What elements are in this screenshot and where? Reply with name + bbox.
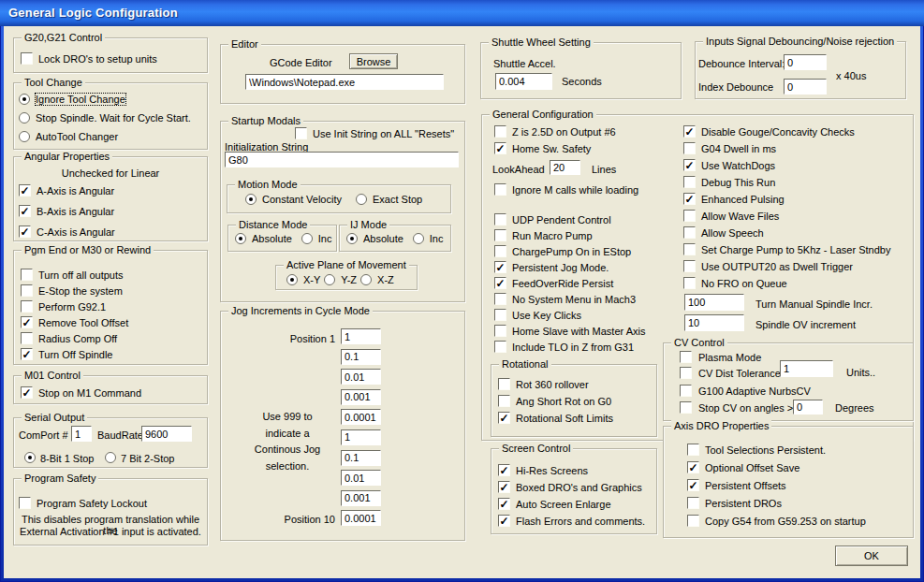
debounce-interval-input[interactable] xyxy=(784,54,827,70)
checkbox-row[interactable]: UDP Pendent Control xyxy=(494,213,645,226)
radio-button[interactable] xyxy=(19,94,30,105)
browse-button[interactable]: Browse xyxy=(349,53,398,69)
initialization-string-input[interactable] xyxy=(225,152,459,167)
jog-increment-input-5[interactable] xyxy=(341,409,381,425)
ok-button[interactable]: OK xyxy=(835,546,908,566)
radio-button[interactable] xyxy=(235,233,246,244)
jog-increment-input-10[interactable] xyxy=(341,510,381,526)
checkbox-row[interactable]: Use OUTPUT20 as Dwell Trigger xyxy=(683,260,890,272)
stop-cv-angle-input[interactable] xyxy=(793,400,823,415)
checkbox[interactable]: ✓ xyxy=(683,159,696,171)
manual-spindle-incr-input[interactable] xyxy=(684,294,744,311)
serial-7bit-label[interactable]: 7 Bit 2-Stop xyxy=(121,453,174,464)
radio-button[interactable] xyxy=(413,233,424,244)
baudrate-input[interactable] xyxy=(141,426,192,442)
checkbox[interactable] xyxy=(21,284,33,297)
checkbox[interactable]: ✓ xyxy=(21,316,33,328)
checkbox-row[interactable]: Persistent DROs xyxy=(687,497,866,509)
radio-button[interactable] xyxy=(245,194,257,205)
checkbox-row[interactable]: Tool Selections Persistent. xyxy=(687,444,866,456)
checkbox[interactable] xyxy=(683,277,696,289)
checkbox-row[interactable]: G04 Dwell in ms xyxy=(683,142,890,154)
checkbox-row[interactable]: E-Stop the system xyxy=(21,284,128,297)
checkbox-row[interactable]: ✓Home Sw. Safety xyxy=(494,142,616,154)
checkbox-row[interactable]: Ignore M calls while loading xyxy=(494,183,638,196)
checkbox-row[interactable]: ✓Boxed DRO's and Graphics xyxy=(498,481,645,493)
checkbox-row[interactable]: ✓FeedOverRide Persist xyxy=(494,277,645,289)
jog-increment-input-1[interactable] xyxy=(341,328,381,344)
checkbox[interactable] xyxy=(494,125,506,138)
checkbox-row[interactable]: ✓B-Axis is Angular xyxy=(19,205,115,217)
checkbox[interactable] xyxy=(21,332,33,344)
checkbox[interactable]: ✓ xyxy=(494,261,506,273)
checkbox-row[interactable]: Program Safety Lockout xyxy=(19,497,147,509)
checkbox-row[interactable]: ✓Persistent Offsets xyxy=(687,479,866,491)
checkbox[interactable]: ✓ xyxy=(19,184,31,196)
jog-increment-input-4[interactable] xyxy=(341,389,381,405)
radio-row[interactable]: X-Y xyxy=(286,273,320,285)
checkbox[interactable] xyxy=(21,300,33,313)
checkbox[interactable] xyxy=(683,243,696,255)
checkbox-row[interactable]: ✓Flash Errors and comments. xyxy=(498,515,645,527)
plasma-mode-label[interactable]: Plasma Mode xyxy=(698,352,761,363)
checkbox[interactable] xyxy=(683,226,696,239)
checkbox[interactable] xyxy=(498,395,510,407)
checkbox[interactable] xyxy=(687,515,699,527)
use-init-string-label[interactable]: Use Init String on ALL "Resets" xyxy=(313,128,454,139)
radio-row[interactable]: Y-Z xyxy=(324,273,357,285)
checkbox-row[interactable]: ✓Persistent Jog Mode. xyxy=(494,261,645,273)
stop-cv-on-angles-checkbox[interactable] xyxy=(680,401,692,414)
checkbox[interactable] xyxy=(494,245,506,257)
checkbox-row[interactable]: ✓Use WatchDogs xyxy=(683,159,890,171)
jog-increment-input-3[interactable] xyxy=(341,369,381,385)
checkbox-row[interactable]: Perform G92.1 xyxy=(21,300,128,313)
checkbox[interactable]: ✓ xyxy=(683,193,696,205)
checkbox[interactable] xyxy=(687,497,699,509)
jog-increment-input-6[interactable] xyxy=(341,429,381,445)
cv-dist-tolerance-label[interactable]: CV Dist Tolerance xyxy=(698,368,781,379)
checkbox[interactable] xyxy=(683,260,696,272)
checkbox[interactable] xyxy=(494,213,506,226)
checkbox[interactable]: ✓ xyxy=(19,226,31,238)
stop-cv-on-angles-label[interactable]: Stop CV on angles > xyxy=(698,402,793,414)
radio-button[interactable] xyxy=(301,233,313,244)
checkbox[interactable]: ✓ xyxy=(687,461,699,473)
checkbox[interactable]: ✓ xyxy=(498,481,510,493)
checkbox[interactable] xyxy=(494,183,506,196)
checkbox-row[interactable]: Rot 360 rollover xyxy=(498,378,613,390)
checkbox-row[interactable]: ✓C-Axis is Angular xyxy=(19,226,115,238)
checkbox[interactable] xyxy=(494,309,506,321)
checkbox-row[interactable]: ChargePump On in EStop xyxy=(494,245,645,257)
checkbox-row[interactable]: ✓Hi-Res Screens xyxy=(498,464,645,476)
checkbox[interactable] xyxy=(494,341,506,353)
checkbox[interactable]: ✓ xyxy=(19,205,31,217)
radio-row[interactable]: Inc xyxy=(413,232,444,244)
checkbox[interactable] xyxy=(683,142,696,154)
checkbox[interactable] xyxy=(494,325,506,337)
checkbox[interactable]: ✓ xyxy=(21,348,33,360)
checkbox[interactable] xyxy=(494,293,506,305)
checkbox-row[interactable]: No FRO on Queue xyxy=(683,277,890,289)
serial-8bit-radio[interactable] xyxy=(24,452,36,463)
checkbox[interactable]: ✓ xyxy=(21,386,33,399)
shuttle-accel-input[interactable] xyxy=(495,73,552,90)
checkbox-row[interactable]: Turn off all outputs xyxy=(21,269,128,281)
checkbox-row[interactable]: Allow Speech xyxy=(683,226,890,239)
comport-input[interactable] xyxy=(71,426,92,442)
plasma-mode-checkbox[interactable] xyxy=(680,351,692,363)
index-debounce-input[interactable] xyxy=(784,79,827,95)
checkbox-row[interactable]: ✓Remove Tool Offset xyxy=(21,316,128,328)
checkbox-row[interactable]: Allow Wave Files xyxy=(683,210,890,222)
checkbox[interactable] xyxy=(498,378,510,390)
serial-8bit-label[interactable]: 8-Bit 1 Stop xyxy=(40,453,94,464)
checkbox-row[interactable]: ✓Enhanced Pulsing xyxy=(683,193,890,205)
radio-button[interactable] xyxy=(19,131,30,142)
jog-increment-input-2[interactable] xyxy=(341,349,381,365)
gcode-editor-path-input[interactable] xyxy=(245,74,444,90)
radio-button[interactable] xyxy=(356,194,367,205)
lookahead-input[interactable] xyxy=(550,160,580,175)
checkbox[interactable]: ✓ xyxy=(498,515,510,527)
checkbox-row[interactable]: ✓A-Axis is Angular xyxy=(19,184,115,196)
checkbox-row[interactable]: No System Menu in Mach3 xyxy=(494,293,645,305)
checkbox-row[interactable]: Radius Comp Off xyxy=(21,332,128,344)
